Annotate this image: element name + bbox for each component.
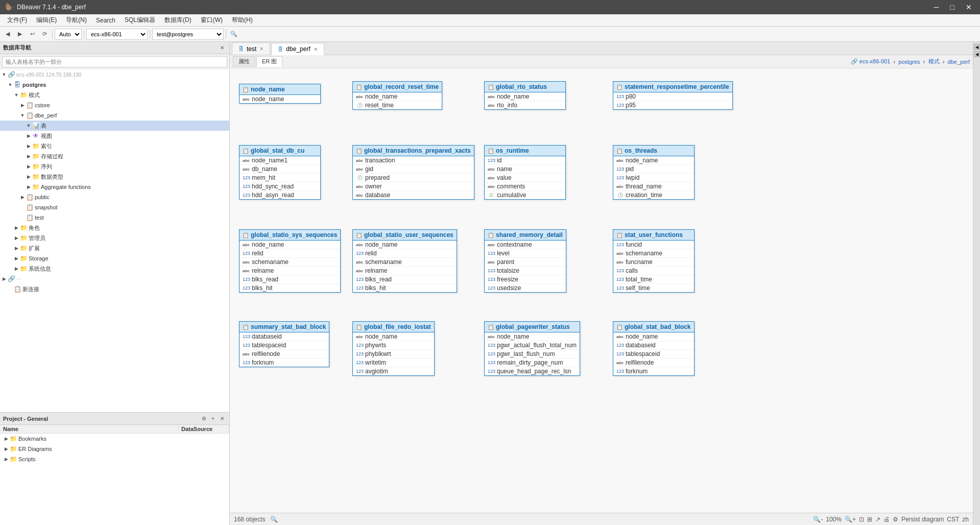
project-close-btn[interactable]: ✕ — [218, 415, 226, 423]
tree-item-test-db[interactable]: 📋 test — [0, 212, 229, 223]
print-btn[interactable]: 🖨 — [883, 516, 890, 523]
breadcrumb-dbe-perf[interactable]: dbe_perf — [948, 59, 970, 65]
close-button[interactable]: ✕ — [963, 3, 975, 11]
nav-close-btn[interactable]: ✕ — [218, 44, 226, 52]
nav-search-input[interactable] — [2, 56, 227, 67]
er-table-summary_stat_bad_block[interactable]: 📋 summary_stat_bad_block 123 databaseid … — [239, 321, 329, 367]
menu-item-n[interactable]: 导航(N) — [62, 15, 91, 26]
tab-test-icon: 🗄 — [238, 46, 244, 52]
er-table-os_runtime[interactable]: 📋 os_runtime 123 id abc name abc value a… — [484, 145, 566, 200]
er-table-global_rto_status[interactable]: 📋 global_rto_status abc node_name abc rt… — [484, 81, 566, 110]
er-field-name: reset_time — [365, 102, 394, 109]
tree-item-postgres[interactable]: ▼ 🗄 postgres — [0, 80, 229, 90]
grid-btn[interactable]: ⊞ — [867, 516, 872, 523]
zoom-in-btn[interactable]: 🔍+ — [845, 516, 856, 523]
toolbar-btn-4[interactable]: ⟳ — [39, 29, 50, 40]
menu-item-d[interactable]: 数据库(D) — [160, 15, 196, 26]
er-table-header-global_file_redo_iostat: 📋 global_file_redo_iostat — [353, 322, 434, 332]
er-table-global_pagewriter_status[interactable]: 📋 global_pagewriter_status abc node_name… — [484, 321, 580, 376]
er-table-global_transactions_prepared_xacts[interactable]: 📋 global_transactions_prepared_xacts abc… — [352, 145, 474, 200]
breadcrumb-postgres[interactable]: postgres — [898, 59, 920, 65]
tab-test[interactable]: 🗄 test ✕ — [232, 42, 270, 55]
er-table-global_statio_user_sequences[interactable]: 📋 global_statio_user_sequences abc node_… — [352, 229, 457, 293]
tree-item-extensions[interactable]: ▶ 📁 扩展 — [0, 243, 229, 253]
export-btn[interactable]: ↗ — [875, 516, 880, 523]
tree-item-dbe-perf[interactable]: ▼ 📋 dbe_perf — [0, 110, 229, 121]
er-table-global_stat_db_cu[interactable]: 📋 global_stat_db_cu abc node_name1 abc d… — [239, 145, 321, 200]
tree-item-datatypes[interactable]: ▶ 📁 数据类型 — [0, 172, 229, 182]
tree-item-connection[interactable]: ▼ 🔗 ecs-x86-001 124.70.198.190 — [0, 69, 229, 80]
menu-item-w[interactable]: 窗口(W) — [197, 15, 227, 26]
search-button[interactable]: 🔍 — [228, 29, 240, 40]
tree-item-aggregate[interactable]: ▶ 📁 Aggregate functions — [0, 182, 229, 192]
er-table-title-os_runtime: os_runtime — [496, 147, 529, 154]
er-table-header-global_stat_db_cu: 📋 global_stat_db_cu — [240, 146, 320, 156]
breadcrumb-connection[interactable]: 🔗 ecs-x86-001 — [851, 58, 891, 65]
tree-item-storage[interactable]: ▶ 📁 Storage — [0, 253, 229, 264]
er-field-row: 123 pgwr_last_flush_num — [485, 350, 580, 359]
tab-dbe-perf[interactable]: 🗄 dbe_perf ✕ — [271, 43, 324, 55]
project-settings-btn[interactable]: ⚙ — [200, 415, 208, 423]
er-table-global_stat_bad_block[interactable]: 📋 global_stat_bad_block abc node_name 12… — [613, 321, 695, 376]
toolbar-btn-1[interactable]: ◀ — [2, 29, 13, 40]
tree-toggle-tables: ▼ — [26, 123, 32, 129]
er-table-statement_responsetime_percentile[interactable]: 📋 statement_responsetime_percentile 123 … — [613, 81, 733, 110]
roles-icon: 📁 — [19, 224, 28, 231]
tree-item-sysinfo[interactable]: ▶ 📁 系统信息 — [0, 264, 229, 274]
tree-label-postgres: postgres — [22, 82, 46, 88]
view-tab-properties[interactable]: 属性 — [233, 56, 255, 67]
tree-toggle-public: ▶ — [19, 194, 26, 200]
er-table-global_statio_sys_sequences[interactable]: 📋 global_statio_sys_sequences abc node_n… — [239, 229, 341, 293]
project-item-erdiagrams[interactable]: ▶ 📁 ER Diagrams — [0, 444, 229, 454]
breadcrumb-schema[interactable]: 模式 — [928, 58, 940, 65]
tab-dbe-close[interactable]: ✕ — [314, 46, 318, 52]
tables-icon: 📊 — [32, 122, 40, 129]
toolbar-btn-2[interactable]: ▶ — [14, 29, 26, 40]
project-panel-actions: ⚙ + ✕ — [200, 415, 226, 423]
er-table-node_name[interactable]: 📋 node_name abc node_name — [239, 84, 321, 104]
tree-item-views[interactable]: ▶ 👁 视图 — [0, 131, 229, 141]
project-add-btn[interactable]: + — [209, 415, 217, 423]
tree-item-roles[interactable]: ▶ 📁 角色 — [0, 223, 229, 233]
minimize-button[interactable]: ─ — [931, 3, 942, 11]
er-diagram-area[interactable]: 📋 node_name abc node_name 📋 global_recor… — [230, 68, 973, 513]
er-table-os_threads[interactable]: 📋 os_threads abc node_name 123 pid 123 l… — [613, 145, 695, 200]
toolbar-btn-3[interactable]: ↩ — [27, 29, 38, 40]
mode-dropdown[interactable]: Auto — [55, 29, 82, 40]
tree-item-new-connection[interactable]: 📋 新连接 — [0, 284, 229, 294]
db-dropdown[interactable]: test@postgres — [152, 29, 224, 40]
er-table-global_file_redo_iostat[interactable]: 📋 global_file_redo_iostat abc node_name … — [352, 321, 435, 376]
tree-item-procedures[interactable]: ▶ 📁 存储过程 — [0, 151, 229, 161]
collapse-btn-1[interactable]: ◀ — [974, 44, 980, 50]
er-table-header-statement_responsetime_percentile: 📋 statement_responsetime_percentile — [613, 82, 732, 92]
tree-item-public[interactable]: ▶ 📋 public — [0, 192, 229, 202]
tab-test-close[interactable]: ✕ — [259, 46, 264, 52]
menu-item-e[interactable]: 编辑(E) — [32, 15, 61, 26]
er-table-shared_memory_detail[interactable]: 📋 shared_memory_detail abc contextname 1… — [484, 229, 566, 293]
connection-dropdown[interactable]: ecs-x86-001 — [86, 29, 148, 40]
collapse-btn-2[interactable]: ◀ — [974, 51, 980, 57]
project-item-scripts[interactable]: ▶ 📁 Scripts — [0, 454, 229, 464]
zoom-out-btn[interactable]: 🔍- — [813, 516, 823, 523]
tree-item-admin[interactable]: ▶ 📁 管理员 — [0, 233, 229, 243]
tree-item-cstore[interactable]: ▶ 📋 cstore — [0, 100, 229, 110]
menu-item-f[interactable]: 文件(F) — [3, 15, 31, 26]
tree-toggle-indexes: ▶ — [26, 143, 32, 149]
menu-item-sql[interactable]: SQL编辑器 — [121, 15, 159, 26]
er-table-global_record_reset_time[interactable]: 📋 global_record_reset_time abc node_name… — [352, 81, 442, 110]
tree-item-sequences[interactable]: ▶ 📁 序列 — [0, 161, 229, 172]
tree-item-tables[interactable]: ▼ 📊 表 — [0, 121, 229, 131]
fit-btn[interactable]: ⊡ — [859, 516, 864, 523]
tree-item-snapshot[interactable]: 📋 snapshot — [0, 202, 229, 212]
menu-item-search[interactable]: Search — [92, 16, 119, 25]
maximize-button[interactable]: □ — [947, 3, 958, 11]
tree-item-schema-folder[interactable]: ▼ 📁 模式 — [0, 90, 229, 100]
settings-btn[interactable]: ⚙ — [893, 516, 898, 523]
tree-item-indexes[interactable]: ▶ 📁 索引 — [0, 141, 229, 151]
er-table-stat_user_functions[interactable]: 📋 stat_user_functions 123 funcid abc sch… — [613, 229, 695, 293]
project-item-bookmarks[interactable]: ▶ 📁 Bookmarks — [0, 434, 229, 444]
view-tab-er[interactable]: ER 图 — [256, 56, 282, 67]
right-collapse-bar[interactable]: ◀ ◀ — [973, 42, 980, 525]
tree-item-conn2[interactable]: ▶ 🔗 ··· — [0, 274, 229, 284]
menu-item-h[interactable]: 帮助(H) — [228, 15, 257, 26]
